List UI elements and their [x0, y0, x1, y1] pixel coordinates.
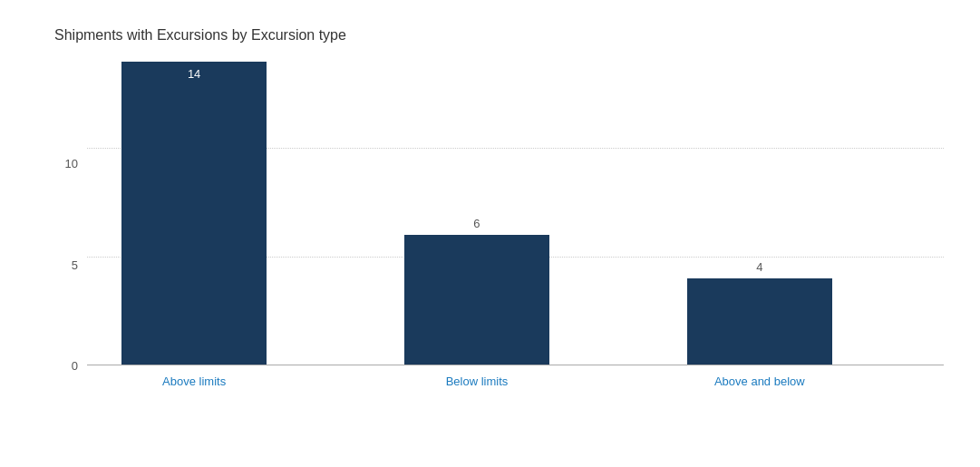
y-label-5: 5 [72, 258, 83, 271]
bar-above-and-below: 4 [687, 278, 833, 365]
bar-value-below-limits: 6 [473, 217, 480, 230]
bar-below-limits: 6 [404, 235, 550, 365]
x-label-above-limits: Above limits [162, 375, 226, 388]
chart-container: Shipments with Excursions by Excursion t… [0, 0, 980, 467]
bar-above-limits: 14 [121, 62, 267, 365]
y-label-0: 0 [72, 358, 83, 372]
bar-value-above-and-below: 4 [756, 260, 762, 274]
chart-title: Shipments with Excursions by Excursion t… [54, 27, 944, 44]
y-label-10: 10 [65, 157, 83, 170]
x-label-below-limits: Below limits [446, 375, 509, 388]
bar-value-above-limits: 14 [188, 67, 200, 81]
x-label-above-and-below: Above and below [714, 375, 805, 388]
